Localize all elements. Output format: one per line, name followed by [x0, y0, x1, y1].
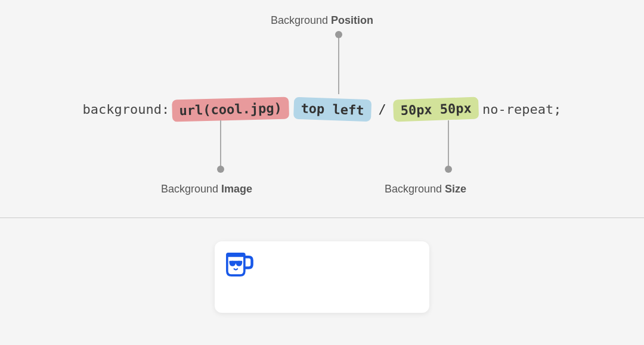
code-size-value: 50px 50px	[393, 97, 479, 122]
connector-dot-size	[445, 166, 452, 173]
connector-dot-image	[217, 166, 224, 173]
code-repeat-value: no-repeat;	[482, 102, 561, 117]
section-divider	[0, 217, 644, 218]
code-position-value: top left	[293, 97, 371, 122]
connector-line-size	[448, 120, 449, 169]
connector-dot-position	[335, 31, 342, 38]
mug-icon	[221, 247, 255, 282]
code-property: background:	[83, 102, 170, 117]
label-background-size: Background Size	[385, 183, 466, 195]
preview-box	[215, 241, 429, 313]
label-background-image: Background Image	[161, 183, 252, 195]
label-background-position: Background Position	[271, 14, 373, 27]
connector-line-image	[220, 120, 221, 169]
svg-rect-2	[230, 261, 243, 264]
code-image-value: url(cool.jpg)	[172, 97, 289, 122]
code-slash: /	[378, 102, 386, 117]
connector-line-position	[338, 35, 339, 94]
css-code-line: background: url(cool.jpg) top left / 50p…	[83, 98, 562, 120]
